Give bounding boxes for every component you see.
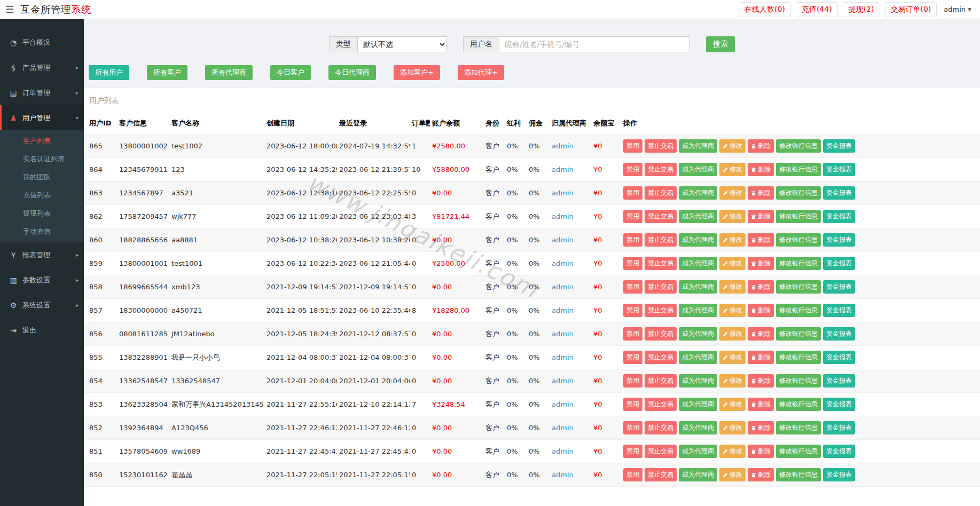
cell-agent[interactable]: admin — [550, 463, 591, 487]
disable-button[interactable]: 禁用 — [623, 398, 642, 411]
disable-button[interactable]: 禁用 — [623, 210, 642, 223]
fund-report-button[interactable]: 资金报表 — [823, 398, 855, 411]
edit-button[interactable]: 修改 — [719, 257, 746, 270]
fund-report-button[interactable]: 资金报表 — [823, 421, 855, 434]
fund-report-button[interactable]: 资金报表 — [823, 351, 855, 364]
cell-agent[interactable]: admin — [550, 369, 591, 393]
become-agent-button[interactable]: 成为代理商 — [679, 139, 717, 153]
edit-button[interactable]: 修改 — [719, 327, 746, 341]
disable-button[interactable]: 禁用 — [623, 139, 642, 153]
edit-bank-button[interactable]: 修改银行信息 — [776, 280, 821, 294]
sidebar-subitem-realname-list[interactable]: 实名认证列表 — [0, 150, 84, 168]
add-agent-button[interactable]: 添加代理+ — [458, 65, 504, 80]
delete-button[interactable]: 删除 — [748, 374, 774, 388]
become-agent-button[interactable]: 成为代理商 — [679, 210, 717, 223]
sidebar-item-system[interactable]: ⚙系统设置▸ — [0, 292, 84, 318]
disable-button[interactable]: 禁用 — [623, 374, 642, 388]
all-agents-button[interactable]: 所有代理商 — [205, 65, 253, 80]
type-select[interactable]: 默认不选 — [357, 36, 447, 52]
fund-report-button[interactable]: 资金报表 — [823, 374, 855, 388]
disable-button[interactable]: 禁用 — [623, 468, 642, 481]
cell-agent[interactable]: admin — [550, 346, 591, 369]
fund-report-button[interactable]: 资金报表 — [823, 233, 855, 247]
delete-button[interactable]: 删除 — [748, 398, 774, 411]
sidebar-item-reports[interactable]: ¥报表管理▸ — [0, 242, 84, 267]
cell-agent[interactable]: admin — [550, 181, 591, 205]
edit-button[interactable]: 修改 — [719, 351, 746, 364]
become-agent-button[interactable]: 成为代理商 — [679, 186, 717, 200]
edit-button[interactable]: 修改 — [719, 374, 746, 388]
forbid-trade-button[interactable]: 禁止交易 — [645, 257, 677, 270]
trade-orders-button[interactable]: 交易订单(0) — [885, 2, 937, 17]
username-input[interactable] — [499, 36, 690, 52]
disable-button[interactable]: 禁用 — [623, 304, 642, 317]
delete-button[interactable]: 删除 — [748, 351, 774, 364]
forbid-trade-button[interactable]: 禁止交易 — [645, 210, 677, 223]
sidebar-item-users[interactable]: ♟用户管理▾ — [0, 105, 84, 130]
forbid-trade-button[interactable]: 禁止交易 — [645, 468, 677, 481]
forbid-trade-button[interactable]: 禁止交易 — [645, 327, 677, 341]
edit-bank-button[interactable]: 修改银行信息 — [776, 139, 821, 153]
sidebar-item-logout[interactable]: ⇥退出 — [0, 318, 84, 343]
edit-bank-button[interactable]: 修改银行信息 — [776, 210, 821, 223]
fund-report-button[interactable]: 资金报表 — [823, 468, 855, 481]
edit-bank-button[interactable]: 修改银行信息 — [776, 445, 821, 458]
delete-button[interactable]: 删除 — [748, 210, 774, 223]
delete-button[interactable]: 删除 — [748, 327, 774, 341]
edit-button[interactable]: 修改 — [719, 280, 746, 294]
forbid-trade-button[interactable]: 禁止交易 — [645, 398, 677, 411]
edit-button[interactable]: 修改 — [719, 186, 746, 200]
forbid-trade-button[interactable]: 禁止交易 — [645, 186, 677, 200]
edit-bank-button[interactable]: 修改银行信息 — [776, 257, 821, 270]
become-agent-button[interactable]: 成为代理商 — [679, 421, 717, 434]
delete-button[interactable]: 删除 — [748, 186, 774, 200]
become-agent-button[interactable]: 成为代理商 — [679, 351, 717, 364]
sidebar-item-orders[interactable]: ▤订单管理▸ — [0, 80, 84, 105]
edit-bank-button[interactable]: 修改银行信息 — [776, 327, 821, 341]
edit-button[interactable]: 修改 — [719, 468, 746, 481]
cell-agent[interactable]: admin — [550, 228, 591, 252]
sidebar-subitem-manual-recharge[interactable]: 手动充值 — [0, 223, 84, 241]
forbid-trade-button[interactable]: 禁止交易 — [645, 374, 677, 388]
all-customers-button[interactable]: 所有客户 — [147, 65, 187, 80]
edit-bank-button[interactable]: 修改银行信息 — [776, 304, 821, 317]
edit-button[interactable]: 修改 — [719, 233, 746, 247]
fund-report-button[interactable]: 资金报表 — [823, 327, 855, 341]
fund-report-button[interactable]: 资金报表 — [823, 163, 855, 176]
edit-button[interactable]: 修改 — [719, 163, 746, 176]
sidebar-subitem-customer-list[interactable]: 客户列表 — [0, 132, 84, 150]
become-agent-button[interactable]: 成为代理商 — [679, 398, 717, 411]
delete-button[interactable]: 删除 — [748, 163, 774, 176]
online-count-button[interactable]: 在线人数(0) — [739, 2, 791, 17]
cell-agent[interactable]: admin — [550, 158, 591, 181]
edit-bank-button[interactable]: 修改银行信息 — [776, 233, 821, 247]
today-customers-button[interactable]: 今日客户 — [270, 65, 311, 80]
edit-button[interactable]: 修改 — [719, 304, 746, 317]
disable-button[interactable]: 禁用 — [623, 257, 642, 270]
cell-agent[interactable]: admin — [550, 275, 591, 299]
cell-agent[interactable]: admin — [550, 440, 591, 463]
become-agent-button[interactable]: 成为代理商 — [679, 374, 717, 388]
edit-bank-button[interactable]: 修改银行信息 — [776, 374, 821, 388]
forbid-trade-button[interactable]: 禁止交易 — [645, 445, 677, 458]
delete-button[interactable]: 删除 — [748, 139, 774, 153]
edit-bank-button[interactable]: 修改银行信息 — [776, 163, 821, 176]
edit-button[interactable]: 修改 — [719, 398, 746, 411]
become-agent-button[interactable]: 成为代理商 — [679, 445, 717, 458]
withdraw-count-button[interactable]: 提现(2) — [843, 2, 880, 17]
edit-bank-button[interactable]: 修改银行信息 — [776, 468, 821, 481]
disable-button[interactable]: 禁用 — [623, 445, 642, 458]
disable-button[interactable]: 禁用 — [623, 163, 642, 176]
become-agent-button[interactable]: 成为代理商 — [679, 304, 717, 317]
sidebar-item-products[interactable]: $产品管理▸ — [0, 55, 84, 80]
all-users-button[interactable]: 所有用户 — [89, 65, 129, 80]
delete-button[interactable]: 删除 — [748, 233, 774, 247]
sidebar-item-overview[interactable]: ◔平台概况 — [0, 30, 84, 55]
disable-button[interactable]: 禁用 — [623, 421, 642, 434]
edit-bank-button[interactable]: 修改银行信息 — [776, 421, 821, 434]
cell-agent[interactable]: admin — [550, 252, 591, 275]
fund-report-button[interactable]: 资金报表 — [823, 304, 855, 317]
delete-button[interactable]: 删除 — [748, 257, 774, 270]
forbid-trade-button[interactable]: 禁止交易 — [645, 280, 677, 294]
edit-button[interactable]: 修改 — [719, 445, 746, 458]
